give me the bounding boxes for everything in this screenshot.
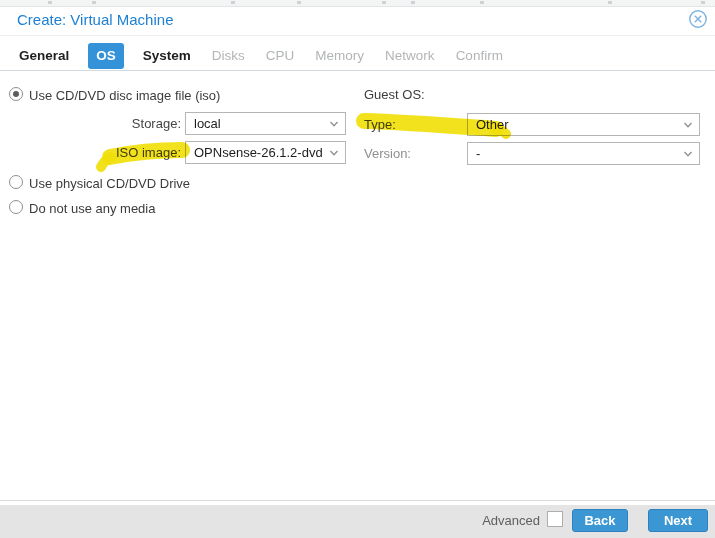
radio-no-media-label: Do not use any media xyxy=(29,201,155,216)
tab-system[interactable]: System xyxy=(141,43,193,69)
create-vm-dialog: Create: Virtual Machine General OS Syste… xyxy=(0,0,715,538)
radio-use-iso[interactable] xyxy=(9,87,23,101)
iso-image-value: OPNsense-26.1.2-dvd xyxy=(194,145,323,160)
background-page-fragment xyxy=(0,0,715,7)
guest-type-label: Type: xyxy=(364,117,396,132)
storage-select[interactable]: local xyxy=(185,112,346,135)
tab-general[interactable]: General xyxy=(17,43,71,69)
radio-physical-drive[interactable] xyxy=(9,175,23,189)
tabbar-separator xyxy=(0,70,715,71)
chevron-down-icon xyxy=(682,148,694,160)
dialog-title: Create: Virtual Machine xyxy=(17,11,173,28)
guest-type-value: Other xyxy=(476,117,509,132)
tab-network[interactable]: Network xyxy=(383,43,437,69)
guest-version-select[interactable]: - xyxy=(467,142,700,165)
close-button[interactable] xyxy=(688,9,708,29)
guest-version-label: Version: xyxy=(364,146,411,161)
close-icon xyxy=(688,9,708,29)
radio-physical-drive-label: Use physical CD/DVD Drive xyxy=(29,176,190,191)
chevron-down-icon xyxy=(328,147,340,159)
tab-confirm[interactable]: Confirm xyxy=(454,43,505,69)
advanced-label: Advanced xyxy=(478,513,540,528)
storage-value: local xyxy=(194,116,221,131)
tab-disks[interactable]: Disks xyxy=(210,43,247,69)
storage-label: Storage: xyxy=(96,116,181,131)
advanced-checkbox[interactable] xyxy=(547,511,563,527)
radio-use-iso-label: Use CD/DVD disc image file (iso) xyxy=(29,88,220,103)
tab-os[interactable]: OS xyxy=(88,43,124,69)
title-separator xyxy=(0,35,715,36)
iso-image-label: ISO image: xyxy=(96,145,181,160)
iso-image-select[interactable]: OPNsense-26.1.2-dvd xyxy=(185,141,346,164)
guest-version-value: - xyxy=(476,146,480,161)
tab-cpu[interactable]: CPU xyxy=(264,43,297,69)
chevron-down-icon xyxy=(328,118,340,130)
guest-os-heading: Guest OS: xyxy=(364,87,425,102)
highlighter-annotations xyxy=(0,0,715,538)
tab-memory[interactable]: Memory xyxy=(313,43,366,69)
guest-type-select[interactable]: Other xyxy=(467,113,700,136)
chevron-down-icon xyxy=(682,119,694,131)
footer-separator xyxy=(0,500,715,501)
wizard-tabbar: General OS System Disks CPU Memory Netwo… xyxy=(17,41,505,70)
radio-no-media[interactable] xyxy=(9,200,23,214)
next-button[interactable]: Next xyxy=(648,509,708,532)
back-button[interactable]: Back xyxy=(572,509,628,532)
